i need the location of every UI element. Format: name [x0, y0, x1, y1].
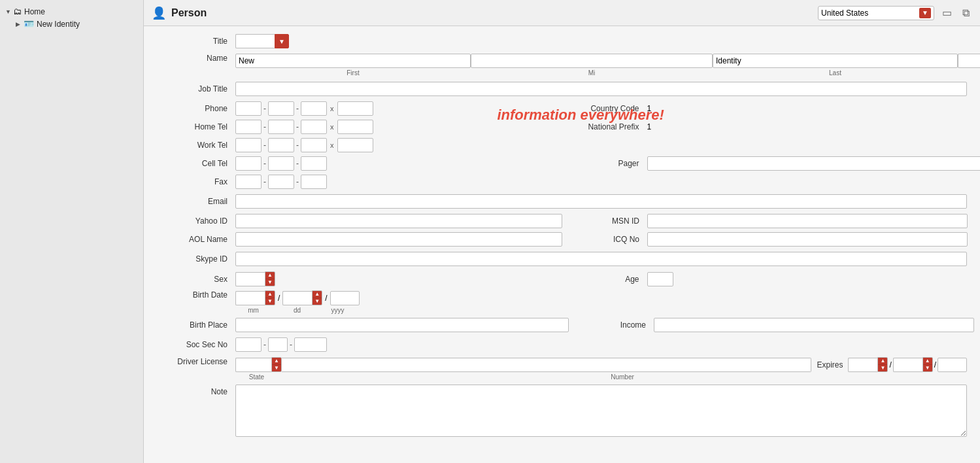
job-title-label: Job Title	[157, 84, 235, 94]
bd-dd-up[interactable]: ▲	[313, 291, 322, 298]
yahoo-label: Yahoo ID	[157, 216, 235, 226]
home-ext[interactable]	[337, 120, 373, 134]
tablet-icon-btn[interactable]: ▭	[939, 5, 955, 20]
sidebar-item-home[interactable]: ▼ 🗂 Home	[0, 5, 143, 18]
fax-left: Fax - -	[157, 175, 562, 189]
last-sublabel: Last	[713, 69, 958, 77]
phone-seg3[interactable]	[301, 101, 327, 116]
work-tel-label: Work Tel	[157, 141, 235, 150]
dl-wrap: ▲ ▼ Expires ▲ ▼	[235, 357, 967, 381]
pager-input[interactable]	[647, 156, 981, 171]
bd-mm-up[interactable]: ▲	[265, 291, 275, 298]
bd-yyyy-label: yyyy	[323, 307, 352, 314]
name-last-input[interactable]	[713, 54, 958, 68]
birthplace-left: Birth Place	[157, 318, 569, 332]
ssn-sep2: -	[289, 340, 293, 349]
fax-group: - -	[235, 175, 327, 189]
cell-seg1[interactable]	[235, 156, 262, 171]
exp-dd-up[interactable]: ▲	[923, 358, 932, 365]
dl-number-input[interactable]	[282, 358, 812, 372]
bd-dd-down[interactable]: ▼	[313, 298, 322, 305]
fax-seg3[interactable]	[301, 175, 327, 189]
exp-mm-down[interactable]: ▼	[878, 365, 887, 371]
ssn-row: Soc Sec No - -	[157, 336, 967, 353]
birth-date-sublabels: mm dd yyyy	[235, 307, 360, 314]
dl-state-input[interactable]	[235, 358, 271, 372]
msn-input[interactable]	[647, 214, 968, 228]
copy-icon-btn[interactable]: ⧉	[960, 6, 972, 20]
sex-up-btn[interactable]: ▲	[265, 272, 275, 279]
icq-input[interactable]	[647, 232, 968, 247]
cell-seg3[interactable]	[301, 156, 327, 171]
home-seg2[interactable]	[268, 120, 294, 134]
birthplace-input[interactable]	[235, 318, 569, 332]
sex-stepper: ▲ ▼	[235, 271, 275, 286]
msn-label: MSN ID	[562, 216, 647, 226]
work-ext[interactable]	[337, 138, 373, 152]
national-prefix-label: National Prefix	[562, 122, 647, 131]
dl-state-down[interactable]: ▼	[272, 365, 281, 371]
sex-down-btn[interactable]: ▼	[265, 279, 275, 286]
exp-yyyy-input[interactable]	[938, 358, 967, 372]
title-input[interactable]	[235, 34, 275, 48]
name-suffix-input[interactable]	[958, 54, 980, 68]
sex-label: Sex	[157, 275, 235, 284]
bd-dd-stepper: ▲ ▼	[282, 290, 322, 305]
ssn-seg2[interactable]	[268, 337, 288, 352]
fax-seg2[interactable]	[268, 175, 294, 189]
aol-input[interactable]	[235, 232, 562, 247]
exp-dd-input[interactable]	[893, 358, 922, 372]
cell-right: Pager	[562, 156, 981, 171]
bd-mm-stepper: ▲ ▼	[235, 290, 275, 305]
phone-x: x	[330, 105, 334, 112]
birthplace-label: Birth Place	[157, 320, 235, 330]
sex-input[interactable]	[235, 272, 265, 286]
home-seg1[interactable]	[235, 120, 262, 134]
yahoo-msn-row: Yahoo ID MSN ID	[157, 214, 967, 228]
exp-mm-input[interactable]	[848, 358, 877, 372]
job-title-input[interactable]	[235, 82, 967, 96]
ssn-seg1[interactable]	[235, 337, 262, 352]
phone-seg2[interactable]	[268, 101, 294, 116]
phone-group: - - x	[235, 101, 373, 116]
fax-seg1[interactable]	[235, 175, 262, 189]
exp-mm-up[interactable]: ▲	[878, 358, 887, 365]
yahoo-input[interactable]	[235, 214, 562, 228]
topbar: 👤 Person ▼ ▭ ⧉	[144, 0, 980, 26]
phone-seg1[interactable]	[235, 101, 262, 116]
work-seg2[interactable]	[268, 138, 294, 152]
exp-mm-stepper: ▲ ▼	[848, 357, 888, 372]
income-input[interactable]	[654, 318, 974, 332]
email-input[interactable]	[235, 194, 967, 209]
home-tel-label: Home Tel	[157, 122, 235, 131]
exp-dd-down[interactable]: ▼	[923, 365, 932, 371]
title-dropdown-btn[interactable]: ▼	[275, 34, 289, 48]
dl-inputs: ▲ ▼ Expires ▲ ▼	[235, 357, 967, 372]
age-input[interactable]	[647, 272, 673, 286]
aol-label: AOL Name	[157, 235, 235, 244]
dl-state-stepper: ▲ ▼	[235, 357, 282, 372]
skype-input[interactable]	[235, 252, 967, 266]
sidebar-item-identity[interactable]: ▶ 🪪 New Identity	[0, 18, 143, 30]
name-first-input[interactable]	[235, 54, 471, 68]
bd-yyyy-input[interactable]	[330, 291, 360, 305]
phone-sep1: -	[263, 104, 267, 113]
note-row: Note	[157, 385, 967, 437]
work-seg3[interactable]	[301, 138, 327, 152]
ssn-seg3[interactable]	[294, 337, 327, 352]
note-textarea[interactable]	[235, 385, 967, 437]
bd-mm-input[interactable]	[235, 291, 265, 305]
country-input[interactable]	[821, 9, 919, 18]
identity-label: New Identity	[37, 20, 80, 29]
home-seg3[interactable]	[301, 120, 327, 134]
cell-seg2[interactable]	[268, 156, 294, 171]
bd-dd-input[interactable]	[282, 291, 312, 305]
country-dropdown-btn[interactable]: ▼	[919, 8, 931, 18]
phone-ext[interactable]	[337, 101, 373, 116]
icq-label: ICQ No	[562, 235, 647, 244]
dl-state-up[interactable]: ▲	[272, 358, 281, 365]
work-seg1[interactable]	[235, 138, 262, 152]
dl-number-sublabel: Number	[278, 373, 967, 381]
bd-mm-down[interactable]: ▼	[265, 298, 275, 305]
name-mi-input[interactable]	[471, 54, 713, 68]
